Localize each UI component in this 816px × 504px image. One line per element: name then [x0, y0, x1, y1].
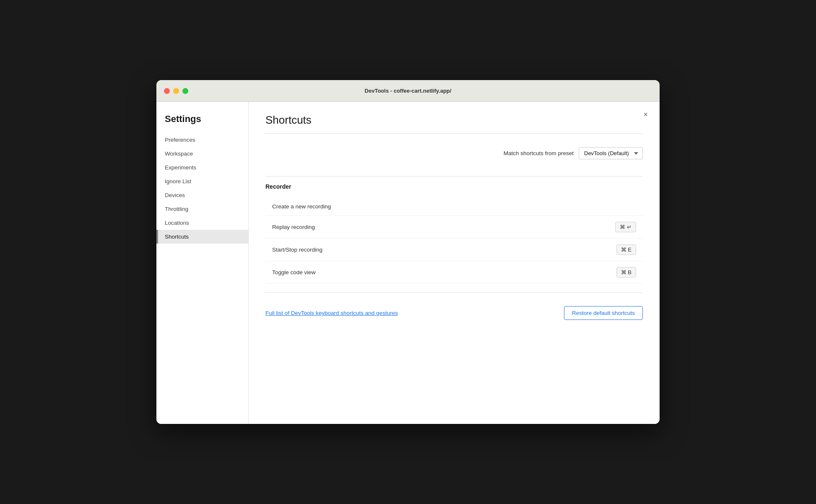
- sidebar: Settings Preferences Workspace Experimen…: [156, 102, 249, 424]
- preset-row: Match shortcuts from preset DevTools (De…: [265, 140, 643, 169]
- content-panel: × Shortcuts Match shortcuts from preset …: [249, 102, 660, 424]
- minimize-button[interactable]: [173, 88, 179, 94]
- panel-close-button[interactable]: ×: [640, 109, 651, 121]
- bottom-divider: [265, 292, 643, 293]
- footer-row: Full list of DevTools keyboard shortcuts…: [265, 304, 643, 320]
- shortcut-key-create: [628, 205, 636, 208]
- shortcut-row-start-stop: Start/Stop recording ⌘ E: [265, 239, 643, 261]
- close-button[interactable]: [164, 88, 170, 94]
- mid-divider: [265, 176, 643, 177]
- main-content: Settings Preferences Workspace Experimen…: [156, 102, 660, 424]
- sidebar-item-ignore-list[interactable]: Ignore List: [156, 174, 248, 188]
- section-title-recorder: Recorder: [265, 183, 643, 190]
- sidebar-item-experiments[interactable]: Experiments: [156, 161, 248, 174]
- window-controls: [164, 88, 188, 94]
- maximize-button[interactable]: [182, 88, 188, 94]
- shortcut-key-replay: ⌘ ↵: [615, 222, 636, 232]
- shortcut-name-start-stop: Start/Stop recording: [272, 247, 616, 253]
- panel-title: Shortcuts: [265, 114, 643, 127]
- sidebar-item-preferences[interactable]: Preferences: [156, 133, 248, 147]
- titlebar: DevTools - coffee-cart.netlify.app/: [156, 80, 660, 102]
- shortcut-row-toggle-code: Toggle code view ⌘ B: [265, 261, 643, 284]
- preset-label: Match shortcuts from preset: [504, 150, 574, 156]
- sidebar-item-workspace[interactable]: Workspace: [156, 147, 248, 161]
- preset-select[interactable]: DevTools (Default) Visual Studio Code: [579, 147, 643, 159]
- full-list-link[interactable]: Full list of DevTools keyboard shortcuts…: [265, 310, 398, 316]
- restore-defaults-button[interactable]: Restore default shortcuts: [564, 306, 643, 320]
- devtools-window: DevTools - coffee-cart.netlify.app/ Sett…: [156, 80, 660, 424]
- sidebar-item-shortcuts[interactable]: Shortcuts: [156, 230, 248, 244]
- shortcut-name-create: Create a new recording: [272, 203, 628, 210]
- shortcut-key-toggle-code: ⌘ B: [616, 267, 636, 278]
- recorder-section: Recorder Create a new recording Replay r…: [265, 183, 643, 284]
- shortcut-name-toggle-code: Toggle code view: [272, 269, 616, 275]
- sidebar-heading: Settings: [156, 114, 248, 133]
- shortcut-row-create: Create a new recording: [265, 197, 643, 216]
- top-divider: [265, 133, 643, 134]
- sidebar-item-throttling[interactable]: Throttling: [156, 202, 248, 216]
- titlebar-title: DevTools - coffee-cart.netlify.app/: [365, 88, 452, 94]
- shortcut-row-replay: Replay recording ⌘ ↵: [265, 216, 643, 239]
- sidebar-item-devices[interactable]: Devices: [156, 188, 248, 202]
- sidebar-item-locations[interactable]: Locations: [156, 216, 248, 230]
- shortcut-name-replay: Replay recording: [272, 224, 615, 230]
- shortcut-key-start-stop: ⌘ E: [616, 244, 636, 255]
